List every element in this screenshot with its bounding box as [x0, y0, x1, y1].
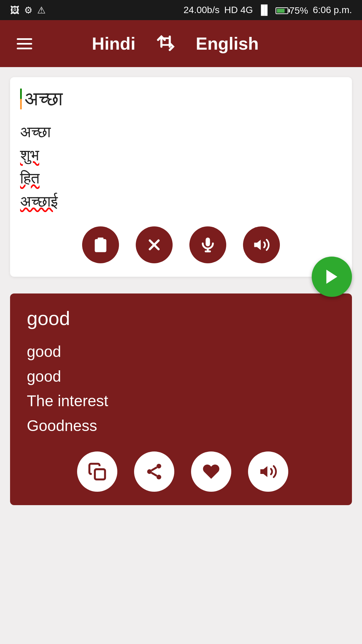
- svg-rect-5: [206, 237, 210, 246]
- target-language[interactable]: English: [196, 34, 259, 54]
- output-suggestion-4: Goodness: [27, 414, 339, 438]
- output-panel: good good good The interest Goodness: [10, 293, 352, 505]
- input-main-text[interactable]: अच्छा: [24, 87, 63, 110]
- svg-marker-9: [326, 270, 338, 284]
- svg-point-12: [147, 469, 152, 474]
- speed-indicator: 24.00b/s: [184, 5, 220, 15]
- input-text-area: अच्छा अच्छा शुभ हित अच्छाई: [20, 87, 342, 213]
- suggestion-2[interactable]: शुभ: [20, 144, 342, 167]
- input-main-line: अच्छा: [20, 87, 342, 110]
- favorite-button[interactable]: [191, 451, 231, 492]
- main-content: अच्छा अच्छा शुभ हित अच्छाई: [0, 67, 362, 644]
- svg-marker-16: [260, 466, 267, 477]
- input-panel: अच्छा अच्छा शुभ हित अच्छाई: [10, 77, 352, 277]
- status-right: 24.00b/s HD 4G ▐▌ 75% 6:06 p.m.: [184, 4, 352, 16]
- svg-rect-10: [95, 469, 105, 479]
- svg-point-13: [157, 475, 161, 480]
- output-main-text: good: [27, 307, 339, 329]
- output-suggestion-2: good: [27, 364, 339, 389]
- clipboard-button[interactable]: [82, 226, 119, 263]
- input-speaker-button[interactable]: [243, 226, 280, 263]
- output-suggestion-3: The interest: [27, 389, 339, 414]
- svg-rect-2: [98, 237, 103, 240]
- svg-line-14: [152, 473, 157, 476]
- suggestion-1[interactable]: अच्छा: [20, 120, 342, 144]
- output-content: good good good The interest Goodness: [27, 307, 339, 438]
- suggestion-4[interactable]: अच्छाई: [20, 190, 342, 213]
- warning-icon: ⚠: [37, 5, 46, 16]
- translate-submit-button[interactable]: [312, 257, 352, 297]
- language-selector: Hindi English: [92, 32, 259, 56]
- source-language[interactable]: Hindi: [92, 34, 135, 54]
- swap-languages-button[interactable]: [156, 32, 176, 56]
- microphone-button[interactable]: [189, 226, 226, 263]
- share-button[interactable]: [134, 451, 174, 492]
- svg-line-15: [152, 468, 157, 471]
- status-left: 🖼 ⚙ ⚠: [10, 5, 46, 16]
- time-display: 6:06 p.m.: [313, 5, 352, 15]
- output-speaker-button[interactable]: [248, 451, 288, 492]
- output-suggestion-1: good: [27, 339, 339, 364]
- text-cursor: [20, 89, 22, 109]
- svg-point-11: [157, 464, 161, 469]
- bottom-spacer: [10, 505, 352, 532]
- navbar: Hindi English: [0, 20, 362, 67]
- image-icon: 🖼: [10, 5, 19, 16]
- status-bar: 🖼 ⚙ ⚠ 24.00b/s HD 4G ▐▌ 75% 6:06 p.m.: [0, 0, 362, 20]
- usb-icon: ⚙: [24, 5, 33, 16]
- output-suggestions: good good The interest Goodness: [27, 339, 339, 438]
- copy-button[interactable]: [77, 451, 117, 492]
- output-controls: [27, 451, 339, 495]
- menu-button[interactable]: [17, 38, 32, 49]
- input-suggestions: अच्छा शुभ हित अच्छाई: [20, 120, 342, 213]
- signal-bars: ▐▌: [258, 5, 271, 15]
- battery-indicator: 75%: [276, 4, 308, 16]
- clear-button[interactable]: [136, 226, 173, 263]
- network-indicator: HD 4G: [224, 5, 253, 15]
- input-controls: [20, 226, 342, 267]
- svg-marker-8: [254, 240, 261, 250]
- suggestion-3[interactable]: हित: [20, 167, 342, 190]
